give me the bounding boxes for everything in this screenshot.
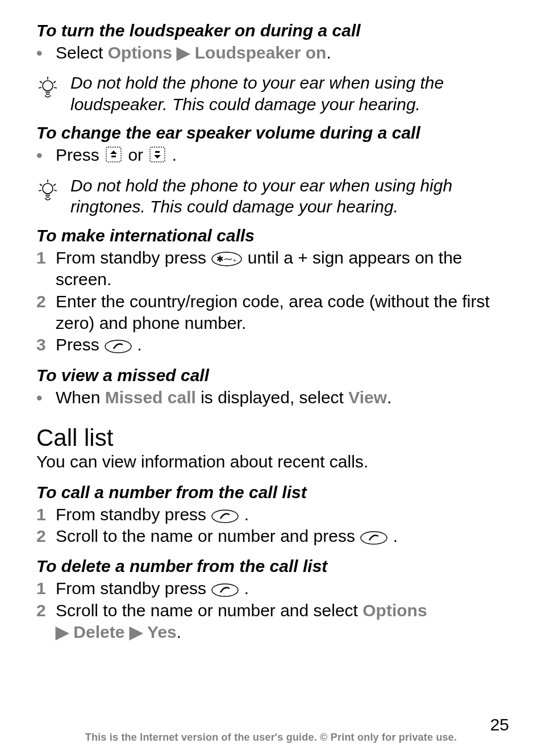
svg-point-8 xyxy=(43,183,53,194)
step-item: 1 From standby press . xyxy=(36,504,509,525)
ui-view: View xyxy=(348,388,387,407)
text: From standby press xyxy=(56,248,211,267)
step-number: 1 xyxy=(36,578,56,599)
bullet-marker: • xyxy=(36,387,56,409)
footer-text: This is the Internet version of the user… xyxy=(85,732,457,743)
manual-page: To turn the loudspeaker on during a call… xyxy=(0,0,542,756)
text: Enter the country/region code, area code… xyxy=(56,292,490,332)
heading-call-from-list: To call a number from the call list xyxy=(36,482,509,503)
menu-arrow-icon: ▶ xyxy=(177,43,190,62)
menu-arrow-icon: ▶ xyxy=(130,623,143,641)
heading-international-calls: To make international calls xyxy=(36,225,509,246)
tip-text: Do not hold the phone to your ear when u… xyxy=(64,72,509,115)
menu-arrow-icon: ▶ xyxy=(56,623,69,641)
step-item: 2 Scroll to the name or number and selec… xyxy=(36,600,509,621)
svg-point-17 xyxy=(212,510,238,523)
text: . xyxy=(172,145,177,164)
step-item: 3 Press . xyxy=(36,334,509,356)
svg-line-13 xyxy=(54,190,57,191)
text: Press xyxy=(56,335,104,354)
text: . xyxy=(137,335,141,354)
svg-rect-7 xyxy=(155,151,160,153)
heading-delete-from-list: To delete a number from the call list xyxy=(36,556,509,577)
text: Select xyxy=(56,43,108,62)
lightbulb-tip-icon xyxy=(36,175,64,203)
text: From standby press xyxy=(56,579,211,598)
tip-block: Do not hold the phone to your ear when u… xyxy=(36,72,509,115)
call-key-icon xyxy=(360,531,388,545)
svg-point-16 xyxy=(105,340,131,353)
step-item: 1 From standby press . xyxy=(36,578,509,599)
step-number: 2 xyxy=(36,525,56,547)
menu-delete: Delete xyxy=(73,623,124,641)
svg-line-11 xyxy=(53,184,56,186)
volume-down-key-icon xyxy=(148,145,167,164)
svg-line-10 xyxy=(40,184,42,186)
step-item: 1 From standby press ✱⁓₊ until a + sign … xyxy=(36,247,509,291)
text: . xyxy=(393,527,398,545)
volume-up-key-icon xyxy=(104,145,123,164)
tip-text: Do not hold the phone to your ear when u… xyxy=(64,175,509,218)
heading-view-missed-call: To view a missed call xyxy=(36,365,509,386)
text: . xyxy=(326,43,331,62)
star-key-icon: ✱⁓₊ xyxy=(211,251,243,267)
text: From standby press xyxy=(56,505,211,524)
text: is displayed, select xyxy=(196,388,348,407)
bullet-item: • Press or . xyxy=(36,144,509,166)
bullet-item: • When Missed call is displayed, select … xyxy=(36,387,509,409)
lightbulb-tip-icon xyxy=(36,72,64,101)
call-key-icon xyxy=(211,509,239,524)
call-key-icon xyxy=(104,339,132,354)
text: . xyxy=(177,623,181,641)
svg-line-5 xyxy=(54,87,57,88)
text: . xyxy=(244,579,249,598)
svg-line-3 xyxy=(53,81,56,83)
step-item: 2 Scroll to the name or number and press… xyxy=(36,525,509,547)
heading-loudspeaker-on: To turn the loudspeaker on during a call xyxy=(36,20,509,41)
menu-yes: Yes xyxy=(147,623,177,641)
text: . xyxy=(387,388,391,407)
svg-line-4 xyxy=(39,87,41,88)
heading-ear-speaker-volume: To change the ear speaker volume during … xyxy=(36,123,509,143)
call-key-icon xyxy=(211,583,239,598)
menu-loudspeaker-on: Loudspeaker on xyxy=(195,43,327,62)
step-item: 2 Enter the country/region code, area co… xyxy=(36,291,509,335)
step-number: 1 xyxy=(36,504,56,525)
footer: This is the Internet version of the user… xyxy=(0,732,542,744)
svg-text:✱⁓₊: ✱⁓₊ xyxy=(216,254,237,264)
step-item-continuation: ▶ Delete ▶ Yes. xyxy=(36,621,509,643)
ui-missed-call: Missed call xyxy=(105,388,196,407)
text: . xyxy=(244,505,249,524)
text: Scroll to the name or number and select xyxy=(56,601,362,620)
svg-rect-6 xyxy=(111,156,116,157)
svg-point-0 xyxy=(43,81,53,91)
step-number: 1 xyxy=(36,247,56,269)
step-number: 2 xyxy=(36,600,56,621)
menu-options: Options xyxy=(362,601,427,620)
text: When xyxy=(56,388,105,407)
step-number: 2 xyxy=(36,291,56,312)
svg-line-2 xyxy=(40,81,42,83)
tip-block: Do not hold the phone to your ear when u… xyxy=(36,175,509,218)
heading-call-list: Call list xyxy=(36,425,509,451)
text: or xyxy=(128,145,148,164)
svg-point-19 xyxy=(212,584,238,596)
text: You can view information about recent ca… xyxy=(36,451,509,473)
svg-point-18 xyxy=(361,532,387,544)
bullet-marker: • xyxy=(36,145,56,166)
step-number: 3 xyxy=(36,334,56,356)
bullet-marker: • xyxy=(36,43,56,64)
text: Press xyxy=(56,145,104,164)
svg-line-12 xyxy=(39,190,41,191)
text: Scroll to the name or number and press xyxy=(56,527,360,545)
bullet-item: • Select Options ▶ Loudspeaker on. xyxy=(36,42,509,64)
menu-options: Options xyxy=(108,43,172,62)
